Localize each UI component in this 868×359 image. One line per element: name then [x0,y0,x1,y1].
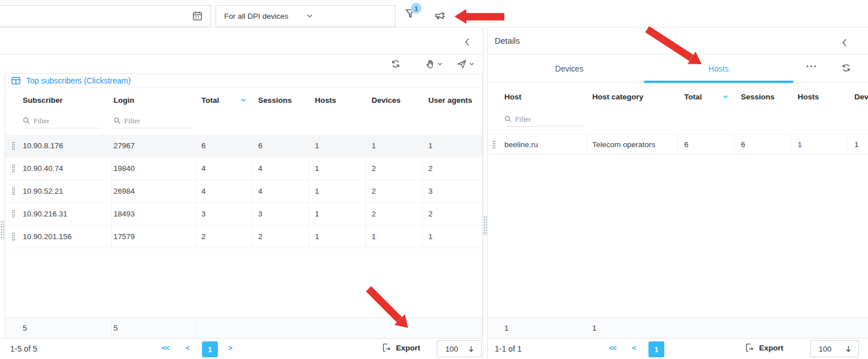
subscribers-pager: 1-5 of 5 << < 1 > Export 100 [0,338,483,359]
subscribers-panel: Top subscribers (Clickstream) Subscriber… [0,27,483,359]
page-1-button[interactable]: 1 [648,341,664,357]
sort-desc-icon [722,93,729,100]
prev-page-button[interactable]: < [186,344,189,352]
col-header-hosts[interactable]: Hosts [791,83,848,110]
search-icon [23,117,30,124]
table-grid-icon [11,76,20,85]
drag-handle-icon[interactable] [12,232,15,241]
announce-button[interactable] [433,9,447,22]
hosts-table-header: Host Host category Total Sessions Hosts … [488,83,868,110]
col-header-login[interactable]: Login [112,87,196,112]
details-tabs: Devices Hosts ⋯ [488,55,868,83]
prev-page-button[interactable]: < [632,344,636,352]
col-header-hosts[interactable]: Hosts [309,87,366,112]
table-row[interactable]: 10.90.201.156 17579 2 2 1 1 1 [5,226,482,248]
hosts-filter-row [488,110,868,134]
sort-desc-icon [240,97,247,103]
col-header-sessions[interactable]: Sessions [735,83,791,110]
export-button[interactable]: Export [381,343,420,353]
col-header-user-agents[interactable]: User agents [423,87,482,112]
details-title: Details [495,36,520,45]
next-page-button[interactable]: > [228,344,232,352]
col-header-total[interactable]: Total [678,83,735,110]
export-label: Export [396,344,420,352]
chevron-down-icon [469,61,475,67]
details-refresh-button[interactable] [841,62,852,73]
col-header-devices[interactable]: Devices [848,83,868,110]
page-range-label: 1-1 of 1 [495,344,521,353]
col-header-sessions[interactable]: Sessions [252,87,309,112]
table-row[interactable]: beeline.ru Telecom operators 6 6 1 1 [488,134,868,155]
totals-login-count: 5 [112,318,196,338]
dpi-device-select[interactable]: For all DPI devices [216,5,395,27]
divider-drag-handle[interactable] [483,216,487,235]
drag-handle-icon[interactable] [12,141,15,150]
refresh-button[interactable] [390,59,401,69]
page-size-value: 100 [445,345,458,353]
drag-handle-icon[interactable] [12,210,15,218]
chevron-left-icon [464,37,471,47]
topbar: For all DPI devices 1 [0,0,868,27]
pan-menu-button[interactable] [425,59,443,69]
left-edge-drag-handle[interactable] [1,220,5,240]
drag-handle-icon[interactable] [12,164,15,173]
page-range-label: 1-5 of 5 [10,344,37,353]
page-size-value: 100 [819,345,832,353]
export-icon [744,343,754,353]
date-range-input[interactable] [0,5,210,27]
left-panel-header [0,28,483,55]
col-header-host-category[interactable]: Host category [587,83,678,110]
details-panel: Details Devices Hosts ⋯ [488,27,868,359]
subscribers-table-card: Top subscribers (Clickstream) Subscriber… [5,73,483,338]
panel-resize-divider[interactable] [483,27,488,359]
search-icon [113,117,121,124]
calendar-icon [192,10,203,22]
table-row[interactable]: 10.90.8.176 27967 6 6 1 1 1 [5,135,482,157]
table-row[interactable]: 10.90.216.31 18493 3 3 1 2 2 [5,203,482,226]
collapse-left-panel-button[interactable] [462,36,473,48]
chevron-down-icon [437,61,443,67]
first-page-button[interactable]: << [162,344,169,352]
table-row[interactable]: 10.90.40.74 19840 4 4 1 2 2 [5,157,482,180]
subscribers-filter-row [5,112,482,135]
clear-menu-button[interactable] [457,59,475,69]
totals-subscriber-count: 5 [21,318,112,338]
first-page-button[interactable]: << [609,344,616,352]
page-size-select[interactable]: 100 [437,340,482,357]
filter-count-badge: 1 [411,3,422,14]
collapse-details-panel-button[interactable] [840,37,850,48]
tab-hosts[interactable]: Hosts [644,55,793,82]
subscribers-totals-row: 5 5 [5,318,482,338]
drag-handle-icon[interactable] [492,140,495,149]
login-filter-input[interactable] [124,116,181,126]
table-row[interactable]: 10.90.52.21 26984 4 4 1 2 3 [5,180,482,203]
tab-devices[interactable]: Devices [495,55,644,82]
hand-icon [425,59,435,69]
search-icon [504,115,512,123]
table-title-link[interactable]: Top subscribers (Clickstream) [26,76,130,85]
left-panel-toolbar [0,55,483,73]
col-header-total[interactable]: Total [196,87,252,112]
col-header-subscriber[interactable]: Subscriber [21,87,112,112]
refresh-icon [390,59,401,69]
chevron-down-icon [306,12,387,20]
export-icon [381,343,391,353]
hosts-pager: 1-1 of 1 << < 1 Export 100 [488,338,868,359]
export-button[interactable]: Export [744,343,783,353]
page-size-select[interactable]: 100 [810,340,859,357]
subscriber-filter-input[interactable] [33,116,90,126]
more-options-button[interactable]: ⋯ [806,59,818,73]
arrow-down-icon [844,345,853,353]
hosts-totals-row: 1 1 [488,318,868,338]
subscribers-table-header: Subscriber Login Total Sessions Hosts De… [5,87,482,112]
dpi-device-select-value: For all DPI devices [224,12,306,20]
col-header-host[interactable]: Host [499,83,587,110]
host-filter-input[interactable] [515,115,572,124]
page-1-button[interactable]: 1 [202,341,218,357]
details-panel-header: Details [488,28,868,55]
app-window: For all DPI devices 1 [0,0,868,359]
drag-handle-icon[interactable] [12,187,15,195]
col-header-devices[interactable]: Devices [366,87,423,112]
export-label: Export [759,344,783,352]
filter-button[interactable]: 1 [404,7,416,20]
